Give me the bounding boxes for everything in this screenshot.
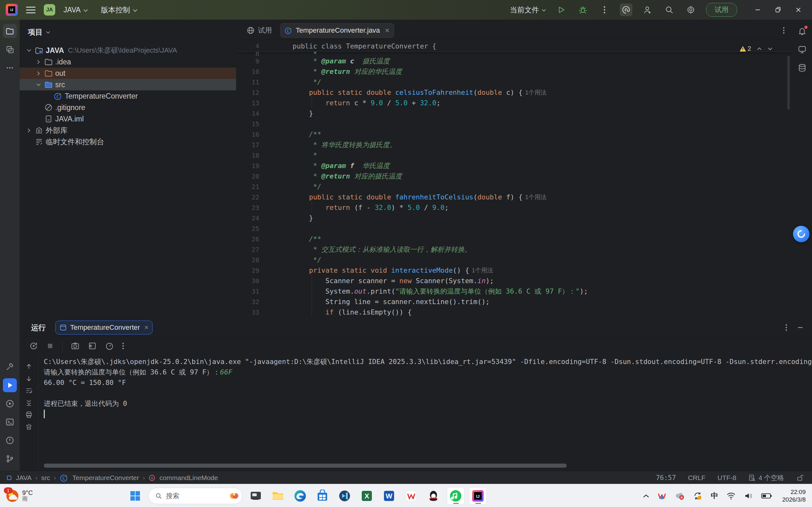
wifi-icon[interactable] [726,492,736,500]
editor-scrollbar[interactable] [787,56,790,110]
code-line[interactable]: 24 } [238,213,791,223]
trial-badge-button[interactable]: 试用 [706,3,737,17]
code-line[interactable]: 32 String line = scanner.nextLine().trim… [238,296,791,307]
encoding-widget[interactable]: UTF-8 [717,474,737,482]
code-line[interactable]: 12 public static double celsiusToFahrenh… [238,87,791,98]
tree-item-gitignore[interactable]: .gitignore [20,102,236,113]
breadcrumb-item[interactable]: src [41,474,50,482]
code-line[interactable]: 13 return c * 9.0 / 5.0 + 32.0; [238,98,791,108]
scroll-to-end-button[interactable] [25,399,33,406]
soft-wrap-button[interactable] [25,387,33,394]
tray-chevron-up-icon[interactable] [643,494,649,498]
code-line[interactable]: 9 * @param c 摄氏温度 [238,56,791,66]
taskbar-app-file-explorer[interactable] [269,487,287,505]
code-line[interactable]: 11 */ [238,77,791,87]
write-access-lock-icon[interactable] [796,474,804,482]
run-panel-options-kebab[interactable] [785,324,787,331]
hide-panel-button[interactable] [797,324,804,331]
project-switcher[interactable]: JAVA [63,6,88,14]
taskbar-app-wps[interactable] [402,487,420,505]
code-editor-area[interactable]: 8 *9 * @param c 摄氏温度10 * @return 对应的华氏温度… [238,52,791,316]
ai-chat-tool-button[interactable] [795,43,809,56]
window-restore-button[interactable] [774,6,781,13]
breadcrumb-item[interactable]: commandLineMode [159,474,218,482]
window-close-button[interactable] [795,6,802,13]
code-line[interactable]: 23 return (f - 32.0) * 5.0 / 9.0; [238,202,791,213]
code-line[interactable]: 20 * @return 对应的摄氏温度 [238,171,791,181]
code-line[interactable]: 27 * 交互式模式：从标准输入读取一行，解析并转换。 [238,244,791,255]
editor-tab-temperatureconverter[interactable]: C TemperatureConverter.java × [280,23,394,38]
code-line[interactable]: 14 } [238,108,791,119]
breadcrumb-item[interactable]: JAVA [16,474,32,482]
code-line[interactable]: 19 * @param f 华氏温度 [238,160,791,171]
database-tool-button[interactable] [795,61,809,75]
taskbar-search-input[interactable]: 搜索 [149,488,243,504]
taskbar-app-edge[interactable] [291,487,309,505]
code-line[interactable]: 29 private static void interactiveMode()… [238,265,791,276]
code-line[interactable]: 26 /** [238,234,791,244]
prev-problem-chevron-icon[interactable] [757,47,762,50]
commit-tool-button[interactable] [3,43,17,56]
problems-tool-button[interactable] [3,434,17,447]
restore-layout-button[interactable] [88,341,97,350]
run-tool-button[interactable] [3,378,17,392]
usage-hint[interactable]: 1个用法 [523,193,547,201]
code-line[interactable]: 22 public static double fahrenheitToCels… [238,192,791,202]
chevron-down-icon[interactable] [46,31,50,34]
tree-item-idea[interactable]: .idea [20,56,236,67]
services-tool-button[interactable] [3,397,17,411]
usage-hint[interactable]: 1个用法 [469,266,494,275]
tree-item-scratches[interactable]: 临时文件和控制台 [20,136,236,148]
taskbar-app-qq[interactable] [424,487,442,505]
run-configuration-selector[interactable]: 当前文件 [510,5,546,15]
tree-item-src[interactable]: src [20,79,236,90]
project-avatar[interactable]: JA [44,4,55,15]
taskbar-app-task-view[interactable] [247,487,265,505]
line-ending-widget[interactable]: CRLF [688,474,705,482]
weather-widget[interactable]: 1 9°C 雨 [0,489,126,503]
ai-assistant-button[interactable] [620,3,632,16]
taskbar-app-visual-studio[interactable] [336,487,353,505]
ime-indicator[interactable]: 中 [711,491,718,501]
taskbar-app-store[interactable] [313,487,331,505]
code-line[interactable]: 33 if (line.isEmpty()) { [238,307,791,316]
usage-hint[interactable]: 1个用法 [523,89,547,97]
code-line[interactable]: 28 */ [238,255,791,265]
tree-item-out[interactable]: out [20,67,236,79]
version-control-tool-button[interactable] [3,452,17,466]
screenshot-button[interactable] [71,341,80,350]
scroll-up-button[interactable] [25,363,33,370]
tree-item-external-libs[interactable]: 外部库 [20,125,236,136]
taskbar-app-qq-music[interactable] [447,487,464,505]
print-button[interactable] [25,411,33,418]
editor-options-kebab[interactable] [783,26,791,34]
console-horizontal-scrollbar[interactable] [44,463,567,468]
code-line[interactable]: 16 /** [238,129,791,139]
tray-wps-icon[interactable] [657,492,666,500]
notifications-bell-button[interactable] [795,24,809,38]
tray-sync-icon[interactable] [693,491,703,501]
console-more-kebab[interactable] [122,342,124,350]
code-line[interactable]: 21 */ [238,181,791,192]
run-tab-close-icon[interactable]: × [143,324,149,332]
tree-chevron-down-icon[interactable] [24,49,34,52]
add-user-button[interactable] [641,3,654,16]
volume-icon[interactable] [744,492,753,500]
breadcrumb-item[interactable]: TemperatureConverter [72,474,139,482]
code-line[interactable]: 31 System.out.print("请输入要转换的温度与单位（例如 36.… [238,286,791,296]
battery-icon[interactable] [761,493,772,499]
console-output[interactable]: C:\Users\朱彦硕\.jdks\openjdk-25.0.2\bin\ja… [44,356,812,471]
caret-position-widget[interactable]: 76:57 [656,474,676,482]
code-line[interactable]: 18 * [238,150,791,160]
terminal-tool-button[interactable] [3,415,17,429]
more-actions-kebab[interactable] [598,3,611,16]
taskbar-clock[interactable]: 22:09 2026/3/8 [780,488,806,504]
clear-console-button[interactable] [25,423,33,431]
taskbar-app-intellij-idea[interactable]: IJ [469,487,487,505]
code-line[interactable]: 15 [238,119,791,129]
code-line[interactable]: 25 [238,223,791,234]
taskbar-app-word[interactable]: W [380,487,398,505]
scroll-down-button[interactable] [25,375,33,382]
project-tool-button[interactable] [3,24,17,38]
window-minimize-button[interactable] [754,6,761,13]
